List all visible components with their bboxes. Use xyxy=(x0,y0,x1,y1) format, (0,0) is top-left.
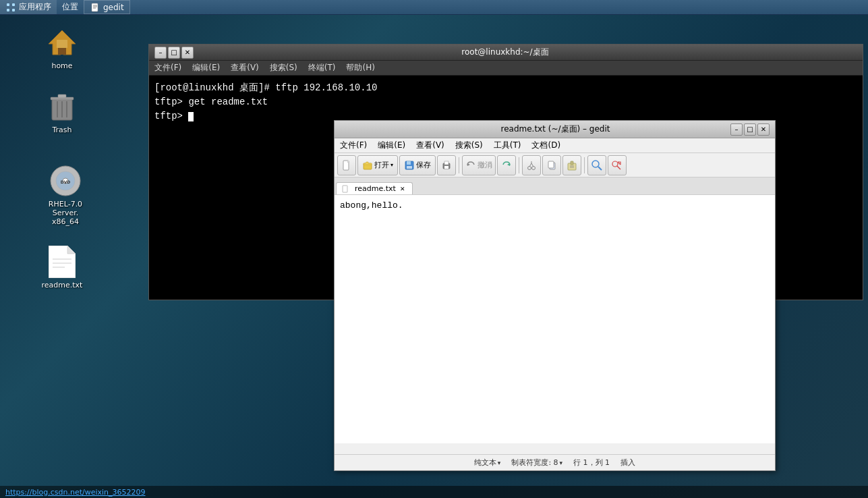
statusbar-mode: 插入 xyxy=(620,458,635,468)
svg-point-39 xyxy=(532,166,536,169)
terminal-menu-edit[interactable]: 编辑(E) xyxy=(187,61,225,75)
gedit-window: readme.txt (~/桌面) – gedit – □ ✕ 文件(F) 编辑… xyxy=(334,120,776,471)
svg-rect-32 xyxy=(407,166,412,169)
gedit-minimize-button[interactable]: – xyxy=(730,123,743,136)
statusbar-type-arrow: ▾ xyxy=(498,460,501,466)
svg-marker-22 xyxy=(67,246,76,254)
gedit-menubar: 文件(F) 编辑(E) 查看(V) 搜索(S) 工具(T) 文档(D) xyxy=(335,138,775,153)
gedit-tab-readme[interactable]: readme.txt ✕ xyxy=(336,182,413,194)
gedit-print-button[interactable] xyxy=(437,155,456,175)
gedit-tabs: readme.txt ✕ xyxy=(335,177,775,195)
desktop-icon-home[interactable]: home xyxy=(35,24,89,73)
terminal-title: root@linuxkhd:~/桌面 xyxy=(194,47,817,58)
terminal-window-controls: – □ ✕ xyxy=(154,47,194,59)
toolbar-sep-3 xyxy=(584,157,585,173)
desktop-icon-trash[interactable]: Trash xyxy=(35,88,89,137)
desktop: 应用程序 位置 gedit home xyxy=(0,0,868,498)
taskbar-places[interactable]: 位置 xyxy=(57,0,84,14)
gedit-save-button[interactable]: 保存 xyxy=(399,155,436,175)
gedit-redo-button[interactable] xyxy=(497,155,516,175)
gedit-save-label: 保存 xyxy=(416,160,431,170)
svg-marker-55 xyxy=(347,186,348,187)
statusbar-position-label: 行 1，列 1 xyxy=(573,458,610,468)
gedit-paste-button[interactable] xyxy=(562,155,581,175)
terminal-minimize-button[interactable]: – xyxy=(154,47,167,59)
url-bar: https://blog.csdn.net/weixin_3652209 xyxy=(0,486,868,498)
open-dropdown-arrow: ▾ xyxy=(390,162,393,168)
terminal-titlebar: – □ ✕ root@linuxkhd:~/桌面 xyxy=(149,45,863,61)
terminal-menu-view[interactable]: 查看(V) xyxy=(225,61,264,75)
dvd-icon-label: RHEL-7.0 Server. x86_64 xyxy=(38,200,93,226)
gedit-close-button[interactable]: ✕ xyxy=(757,123,770,136)
gedit-editor[interactable]: abong,hello. xyxy=(335,195,775,443)
gedit-content-text: abong,hello. xyxy=(340,200,770,211)
gedit-statusbar: 纯文本 ▾ 制表符宽度: 8 ▾ 行 1，列 1 插入 xyxy=(335,454,775,470)
terminal-menu-help[interactable]: 帮助(H) xyxy=(341,61,380,75)
terminal-menu-terminal[interactable]: 终端(T) xyxy=(303,61,341,75)
svg-point-49 xyxy=(592,161,599,167)
gedit-menu-file[interactable]: 文件(F) xyxy=(335,138,372,153)
taskbar: 应用程序 位置 gedit xyxy=(0,0,868,15)
svg-marker-37 xyxy=(507,163,510,166)
svg-text:DVD: DVD xyxy=(61,179,71,184)
gedit-menu-docs[interactable]: 文档(D) xyxy=(526,138,566,153)
toolbar-sep-1 xyxy=(459,157,459,173)
svg-point-51 xyxy=(612,161,618,167)
home-icon-label: home xyxy=(51,61,72,70)
svg-rect-0 xyxy=(7,3,9,6)
readme-icon-label: readme.txt xyxy=(42,281,83,289)
svg-rect-13 xyxy=(58,94,66,98)
desktop-icon-readme[interactable]: readme.txt xyxy=(35,243,89,292)
terminal-maximize-button[interactable]: □ xyxy=(168,47,180,59)
gedit-new-button[interactable] xyxy=(337,155,356,175)
gedit-find-button[interactable] xyxy=(587,155,606,175)
taskbar-places-label: 位置 xyxy=(62,1,78,13)
gedit-undo-button[interactable]: 撤消 xyxy=(462,155,496,175)
svg-rect-10 xyxy=(57,40,67,48)
svg-rect-34 xyxy=(444,161,449,165)
gedit-taskbar-icon xyxy=(90,2,100,13)
trash-icon-label: Trash xyxy=(52,126,71,134)
statusbar-tab-width[interactable]: 制表符宽度: 8 ▾ xyxy=(511,458,562,468)
gedit-undo-label: 撤消 xyxy=(478,160,492,170)
svg-line-52 xyxy=(617,166,620,169)
taskbar-apps-icon[interactable]: 应用程序 xyxy=(0,0,57,14)
svg-rect-1 xyxy=(12,3,15,6)
gedit-tab-label: readme.txt xyxy=(355,184,396,193)
gedit-maximize-button[interactable]: □ xyxy=(744,123,756,136)
terminal-line-1: [root@linuxkhd 桌面]# tftp 192.168.10.10 xyxy=(154,81,857,95)
toolbar-sep-2 xyxy=(519,157,519,173)
svg-line-41 xyxy=(531,163,533,167)
svg-rect-31 xyxy=(407,161,411,165)
terminal-close-button[interactable]: ✕ xyxy=(181,47,194,59)
svg-rect-2 xyxy=(7,9,9,11)
terminal-menu-search[interactable]: 搜索(S) xyxy=(264,61,303,75)
terminal-menu-file[interactable]: 文件(F) xyxy=(149,61,187,75)
gedit-open-label: 打开 xyxy=(374,160,389,170)
gedit-cut-button[interactable] xyxy=(522,155,541,175)
home-icon xyxy=(46,26,78,59)
gedit-open-button[interactable]: 打开 ▾ xyxy=(357,155,398,175)
url-bar-text: https://blog.csdn.net/weixin_3652209 xyxy=(5,488,146,497)
desktop-icon-dvd[interactable]: DVD RHEL-7.0 Server. x86_64 xyxy=(35,162,96,229)
gedit-toolbar: 打开 ▾ 保存 xyxy=(335,153,775,177)
gedit-replace-button[interactable] xyxy=(608,155,627,175)
statusbar-position: 行 1，列 1 xyxy=(573,458,610,468)
trash-icon xyxy=(46,90,78,123)
taskbar-gedit[interactable]: gedit xyxy=(84,0,130,14)
gedit-menu-search[interactable]: 搜索(S) xyxy=(450,138,488,153)
gedit-copy-button[interactable] xyxy=(542,155,561,175)
svg-marker-36 xyxy=(467,163,470,166)
terminal-cursor xyxy=(188,112,194,121)
gedit-menu-view[interactable]: 查看(V) xyxy=(411,138,450,153)
svg-rect-35 xyxy=(444,166,449,169)
svg-line-50 xyxy=(598,167,602,170)
gedit-menu-tools[interactable]: 工具(T) xyxy=(488,138,527,153)
file-icon xyxy=(46,246,78,278)
terminal-line-2: tftp> get readme.txt xyxy=(154,95,857,109)
statusbar-type[interactable]: 纯文本 ▾ xyxy=(474,458,501,468)
gedit-tab-close[interactable]: ✕ xyxy=(399,185,407,193)
gedit-title: readme.txt (~/桌面) – gedit xyxy=(380,123,730,135)
gedit-titlebar: readme.txt (~/桌面) – gedit – □ ✕ xyxy=(335,121,775,138)
gedit-menu-edit[interactable]: 编辑(E) xyxy=(372,138,411,153)
